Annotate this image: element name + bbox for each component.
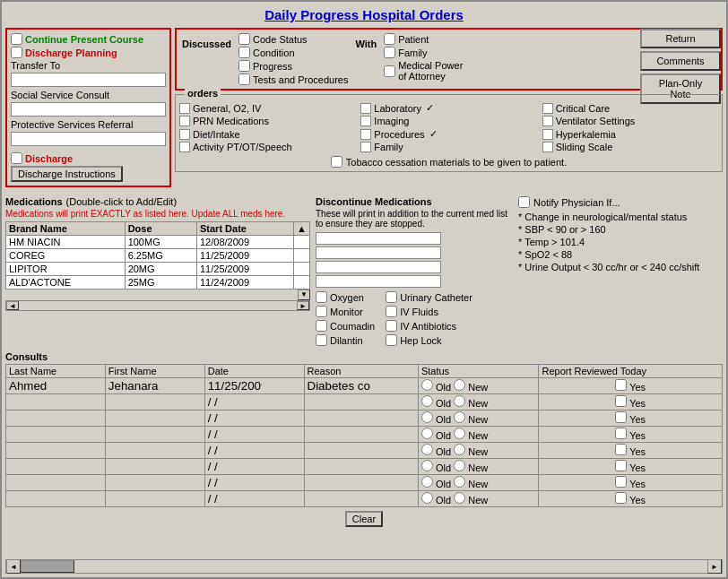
- scroll-thumb[interactable]: [21, 560, 74, 573]
- consult-first[interactable]: [105, 459, 204, 475]
- consult-last[interactable]: [6, 491, 106, 507]
- consult-date-input[interactable]: [208, 411, 262, 425]
- report-yes-checkbox[interactable]: [615, 395, 627, 407]
- activity-checkbox[interactable]: [179, 142, 190, 152]
- progress-checkbox[interactable]: [238, 60, 250, 72]
- consult-date[interactable]: [204, 475, 304, 491]
- comments-button[interactable]: Comments: [640, 51, 721, 71]
- continue-present-checkbox[interactable]: [11, 33, 22, 45]
- consult-last[interactable]: [6, 443, 106, 459]
- hyperkalemia-checkbox[interactable]: [542, 129, 553, 140]
- discharge-instructions-button[interactable]: Discharge Instructions: [11, 166, 123, 182]
- tobacco-checkbox[interactable]: [331, 156, 342, 168]
- consult-reason-input[interactable]: [308, 444, 370, 457]
- status-old-radio[interactable]: [421, 428, 433, 439]
- consult-first-input[interactable]: [108, 492, 162, 506]
- consult-date-input[interactable]: [208, 460, 262, 473]
- code-status-checkbox[interactable]: [238, 33, 250, 45]
- status-new-radio[interactable]: [454, 428, 465, 439]
- consult-reason-input[interactable]: [308, 395, 370, 409]
- scroll-left-arrow[interactable]: ◄: [6, 559, 21, 574]
- status-new-radio[interactable]: [454, 379, 465, 391]
- hep-lock-checkbox[interactable]: [386, 334, 397, 346]
- consult-date[interactable]: [204, 394, 304, 410]
- protective-input[interactable]: [11, 132, 166, 146]
- ventilator-checkbox[interactable]: [542, 116, 553, 126]
- consult-date[interactable]: [204, 410, 304, 427]
- consult-last[interactable]: [6, 378, 106, 394]
- medical-power-checkbox[interactable]: [384, 65, 395, 77]
- imaging-checkbox[interactable]: [360, 116, 371, 126]
- consult-date-input[interactable]: [208, 395, 262, 409]
- consult-last[interactable]: [6, 394, 106, 410]
- consult-last-input[interactable]: [9, 492, 63, 506]
- consult-last[interactable]: [6, 459, 106, 475]
- scroll-right-btn[interactable]: ►: [297, 301, 309, 310]
- status-new-radio[interactable]: [454, 492, 465, 504]
- status-old-radio[interactable]: [421, 395, 433, 407]
- consult-reason[interactable]: [304, 394, 418, 410]
- consult-first-input[interactable]: [108, 476, 162, 489]
- consult-reason[interactable]: [304, 410, 418, 427]
- consult-first[interactable]: [105, 410, 204, 427]
- disc-input-2[interactable]: [316, 246, 441, 259]
- status-new-radio[interactable]: [454, 476, 465, 488]
- consult-first-input[interactable]: [108, 379, 162, 393]
- consult-last[interactable]: [6, 427, 106, 443]
- disc-input-4[interactable]: [316, 275, 441, 288]
- report-yes-checkbox[interactable]: [615, 379, 627, 391]
- status-old-radio[interactable]: [421, 492, 433, 504]
- status-new-radio[interactable]: [454, 411, 465, 423]
- consult-reason-input[interactable]: [308, 492, 370, 506]
- consult-reason[interactable]: [304, 443, 418, 459]
- urinary-checkbox[interactable]: [386, 291, 397, 303]
- report-yes-checkbox[interactable]: [615, 411, 627, 423]
- report-yes-checkbox[interactable]: [615, 476, 627, 488]
- status-old-radio[interactable]: [421, 460, 433, 471]
- discharge-checkbox[interactable]: [11, 152, 22, 164]
- critical-checkbox[interactable]: [542, 103, 553, 114]
- tests-checkbox[interactable]: [238, 73, 250, 85]
- consult-date[interactable]: [204, 427, 304, 443]
- consult-first[interactable]: [105, 443, 204, 459]
- consult-reason-input[interactable]: [308, 411, 370, 425]
- report-yes-checkbox[interactable]: [615, 428, 627, 439]
- consult-last-input[interactable]: [9, 428, 63, 441]
- dilantin-checkbox[interactable]: [316, 334, 327, 346]
- status-new-radio[interactable]: [454, 460, 465, 471]
- family-order-checkbox[interactable]: [360, 142, 371, 152]
- consult-reason[interactable]: [304, 459, 418, 475]
- monitor-checkbox[interactable]: [316, 306, 327, 317]
- status-old-radio[interactable]: [421, 411, 433, 423]
- family-checkbox[interactable]: [384, 47, 395, 58]
- clear-button[interactable]: Clear: [345, 511, 383, 527]
- consult-first[interactable]: [105, 475, 204, 491]
- report-yes-checkbox[interactable]: [615, 460, 627, 471]
- consult-date-input[interactable]: [208, 428, 262, 441]
- consult-first[interactable]: [105, 427, 204, 443]
- iv-antibiotics-checkbox[interactable]: [386, 320, 397, 332]
- consult-first-input[interactable]: [108, 444, 162, 457]
- consult-last[interactable]: [6, 475, 106, 491]
- consult-first[interactable]: [105, 378, 204, 394]
- consult-last-input[interactable]: [9, 379, 63, 393]
- consult-date-input[interactable]: [208, 379, 262, 393]
- consult-reason[interactable]: [304, 427, 418, 443]
- consult-date-input[interactable]: [208, 476, 262, 489]
- consult-reason-input[interactable]: [308, 476, 370, 489]
- disc-input-3[interactable]: [316, 261, 441, 273]
- social-service-input[interactable]: [11, 102, 166, 117]
- consult-date[interactable]: [204, 491, 304, 507]
- consult-reason-input[interactable]: [308, 428, 370, 441]
- consult-date[interactable]: [204, 378, 304, 394]
- consult-date-input[interactable]: [208, 492, 262, 506]
- coumadin-checkbox[interactable]: [316, 320, 327, 332]
- scroll-right-arrow[interactable]: ►: [707, 559, 722, 574]
- scroll-left-btn[interactable]: ◄: [6, 301, 19, 310]
- status-old-radio[interactable]: [421, 476, 433, 488]
- consult-reason[interactable]: [304, 378, 418, 394]
- consult-first-input[interactable]: [108, 395, 162, 409]
- patient-checkbox[interactable]: [384, 33, 395, 45]
- consult-reason-input[interactable]: [308, 460, 370, 473]
- status-old-radio[interactable]: [421, 379, 433, 391]
